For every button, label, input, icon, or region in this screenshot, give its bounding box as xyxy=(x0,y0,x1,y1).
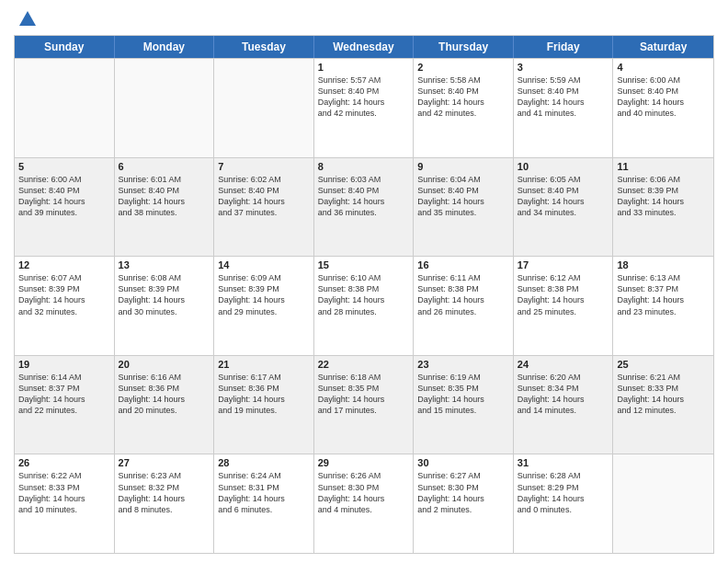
cell-line-2: Daylight: 14 hours xyxy=(518,196,609,207)
svg-marker-0 xyxy=(19,11,36,26)
calendar-cell-r2-c5: 17Sunrise: 6:12 AMSunset: 8:38 PMDayligh… xyxy=(514,257,614,355)
cell-line-0: Sunrise: 6:13 AM xyxy=(617,272,710,283)
day-number: 14 xyxy=(218,259,310,270)
header-day-saturday: Saturday xyxy=(613,36,713,58)
cell-line-3: and 15 minutes. xyxy=(417,405,509,416)
calendar-row-2: 12Sunrise: 6:07 AMSunset: 8:39 PMDayligh… xyxy=(15,256,713,355)
cell-line-1: Sunset: 8:40 PM xyxy=(617,86,710,97)
calendar-cell-r3-c6: 25Sunrise: 6:21 AMSunset: 8:33 PMDayligh… xyxy=(613,356,713,454)
cell-line-3: and 0 minutes. xyxy=(518,504,609,515)
calendar-cell-r2-c2: 14Sunrise: 6:09 AMSunset: 8:39 PMDayligh… xyxy=(214,257,314,355)
cell-line-3: and 37 minutes. xyxy=(218,207,310,218)
page: SundayMondayTuesdayWednesdayThursdayFrid… xyxy=(0,0,728,563)
cell-line-3: and 10 minutes. xyxy=(18,504,110,515)
calendar-cell-r1-c4: 9Sunrise: 6:04 AMSunset: 8:40 PMDaylight… xyxy=(414,158,514,257)
day-number: 11 xyxy=(617,161,710,172)
calendar-cell-r0-c1 xyxy=(115,59,215,157)
cell-line-3: and 4 minutes. xyxy=(318,504,410,515)
cell-line-3: and 39 minutes. xyxy=(18,207,110,218)
cell-line-1: Sunset: 8:40 PM xyxy=(518,185,609,196)
cell-line-0: Sunrise: 6:24 AM xyxy=(218,470,310,481)
calendar-cell-r1-c5: 10Sunrise: 6:05 AMSunset: 8:40 PMDayligh… xyxy=(514,158,614,257)
cell-line-1: Sunset: 8:33 PM xyxy=(18,482,110,493)
cell-line-3: and 34 minutes. xyxy=(518,207,609,218)
day-number: 10 xyxy=(518,161,609,172)
cell-line-1: Sunset: 8:36 PM xyxy=(119,383,210,394)
day-number: 2 xyxy=(417,62,509,73)
cell-line-2: Daylight: 14 hours xyxy=(18,394,110,405)
day-number: 28 xyxy=(218,457,310,468)
cell-line-0: Sunrise: 6:18 AM xyxy=(318,372,410,383)
day-number: 29 xyxy=(318,457,410,468)
cell-line-1: Sunset: 8:40 PM xyxy=(417,86,509,97)
day-number: 30 xyxy=(417,457,509,468)
day-number: 6 xyxy=(119,161,210,172)
cell-line-2: Daylight: 14 hours xyxy=(218,493,310,504)
day-number: 1 xyxy=(318,62,410,73)
day-number: 9 xyxy=(417,161,509,172)
calendar-header: SundayMondayTuesdayWednesdayThursdayFrid… xyxy=(15,36,713,58)
cell-line-1: Sunset: 8:31 PM xyxy=(218,482,310,493)
cell-line-3: and 20 minutes. xyxy=(119,405,210,416)
calendar-cell-r1-c6: 11Sunrise: 6:06 AMSunset: 8:39 PMDayligh… xyxy=(613,158,713,257)
cell-line-3: and 38 minutes. xyxy=(119,207,210,218)
cell-line-0: Sunrise: 6:05 AM xyxy=(518,174,609,185)
day-number: 12 xyxy=(18,259,110,270)
day-number: 24 xyxy=(518,359,609,370)
cell-line-2: Daylight: 14 hours xyxy=(417,394,509,405)
calendar-body: 1Sunrise: 5:57 AMSunset: 8:40 PMDaylight… xyxy=(15,58,713,553)
cell-line-0: Sunrise: 6:01 AM xyxy=(119,174,210,185)
cell-line-0: Sunrise: 6:09 AM xyxy=(218,272,310,283)
cell-line-0: Sunrise: 6:20 AM xyxy=(518,372,609,383)
cell-line-2: Daylight: 14 hours xyxy=(417,493,509,504)
day-number: 20 xyxy=(119,359,210,370)
cell-line-3: and 14 minutes. xyxy=(518,405,609,416)
cell-line-1: Sunset: 8:39 PM xyxy=(18,283,110,294)
cell-line-1: Sunset: 8:37 PM xyxy=(18,383,110,394)
cell-line-2: Daylight: 14 hours xyxy=(518,394,609,405)
day-number: 31 xyxy=(518,457,609,468)
cell-line-3: and 42 minutes. xyxy=(417,108,509,119)
day-number: 18 xyxy=(617,259,710,270)
cell-line-2: Daylight: 14 hours xyxy=(18,493,110,504)
cell-line-1: Sunset: 8:34 PM xyxy=(518,383,609,394)
calendar-cell-r0-c0 xyxy=(15,59,115,157)
day-number: 8 xyxy=(318,161,410,172)
cell-line-1: Sunset: 8:40 PM xyxy=(218,185,310,196)
cell-line-3: and 19 minutes. xyxy=(218,405,310,416)
calendar-row-1: 5Sunrise: 6:00 AMSunset: 8:40 PMDaylight… xyxy=(15,157,713,257)
cell-line-2: Daylight: 14 hours xyxy=(318,97,410,108)
cell-line-2: Daylight: 14 hours xyxy=(218,394,310,405)
cell-line-1: Sunset: 8:30 PM xyxy=(417,482,509,493)
cell-line-2: Daylight: 14 hours xyxy=(518,294,609,305)
cell-line-1: Sunset: 8:37 PM xyxy=(617,283,710,294)
cell-line-2: Daylight: 14 hours xyxy=(518,97,609,108)
calendar-cell-r3-c4: 23Sunrise: 6:19 AMSunset: 8:35 PMDayligh… xyxy=(414,356,514,454)
cell-line-0: Sunrise: 6:23 AM xyxy=(119,470,210,481)
calendar-cell-r0-c5: 3Sunrise: 5:59 AMSunset: 8:40 PMDaylight… xyxy=(514,59,614,157)
header-day-friday: Friday xyxy=(514,36,614,58)
cell-line-1: Sunset: 8:40 PM xyxy=(119,185,210,196)
cell-line-0: Sunrise: 6:26 AM xyxy=(318,470,410,481)
day-number: 23 xyxy=(417,359,509,370)
cell-line-0: Sunrise: 6:03 AM xyxy=(318,174,410,185)
calendar-cell-r4-c2: 28Sunrise: 6:24 AMSunset: 8:31 PMDayligh… xyxy=(214,454,314,553)
cell-line-3: and 26 minutes. xyxy=(417,306,509,317)
logo xyxy=(14,9,38,28)
calendar: SundayMondayTuesdayWednesdayThursdayFrid… xyxy=(14,35,714,554)
cell-line-3: and 23 minutes. xyxy=(617,306,710,317)
day-number: 7 xyxy=(218,161,310,172)
calendar-cell-r3-c5: 24Sunrise: 6:20 AMSunset: 8:34 PMDayligh… xyxy=(514,356,614,454)
header-day-tuesday: Tuesday xyxy=(214,36,314,58)
cell-line-0: Sunrise: 5:58 AM xyxy=(417,75,509,86)
cell-line-0: Sunrise: 6:21 AM xyxy=(617,372,710,383)
cell-line-2: Daylight: 14 hours xyxy=(119,394,210,405)
cell-line-3: and 30 minutes. xyxy=(119,306,210,317)
day-number: 3 xyxy=(518,62,609,73)
cell-line-3: and 8 minutes. xyxy=(119,504,210,515)
day-number: 17 xyxy=(518,259,609,270)
cell-line-0: Sunrise: 6:28 AM xyxy=(518,470,609,481)
calendar-cell-r3-c2: 21Sunrise: 6:17 AMSunset: 8:36 PMDayligh… xyxy=(214,356,314,454)
cell-line-2: Daylight: 14 hours xyxy=(18,196,110,207)
cell-line-0: Sunrise: 6:12 AM xyxy=(518,272,609,283)
